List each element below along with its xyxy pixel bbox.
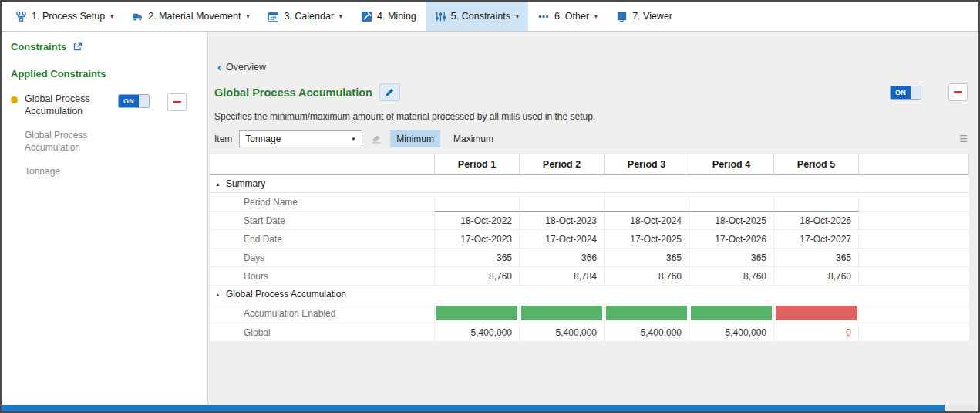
grid-cell: 365 bbox=[435, 249, 520, 267]
grid-cell[interactable] bbox=[520, 193, 605, 212]
column-header-period-1[interactable]: Period 1 bbox=[435, 154, 520, 175]
tab-label: 4. Mining bbox=[377, 11, 416, 22]
grid-cell[interactable]: 5,400,000 bbox=[689, 323, 774, 342]
grid-cell: 8,760 bbox=[774, 267, 859, 286]
grid-cell[interactable] bbox=[435, 303, 520, 323]
grid-cell[interactable]: 0 bbox=[774, 323, 859, 342]
enabled-indicator bbox=[606, 306, 687, 320]
tab-viewer[interactable]: 7. Viewer bbox=[607, 2, 682, 31]
mode-tab-maximum[interactable]: Maximum bbox=[447, 130, 500, 147]
app-window: 1. Process Setup ▾ 2. Material Movement … bbox=[0, 0, 980, 413]
row-days: Days 365 366 365 365 365 bbox=[210, 249, 969, 267]
ellipsis-icon bbox=[537, 11, 550, 22]
tab-calendar[interactable]: 3. Calendar ▾ bbox=[258, 2, 352, 31]
top-nav: 1. Process Setup ▾ 2. Material Movement … bbox=[2, 2, 978, 32]
minus-icon bbox=[173, 101, 181, 103]
dropdown-caret-icon: ▾ bbox=[246, 13, 249, 20]
grid-cell: 17-Oct-2025 bbox=[605, 230, 689, 249]
group-row-global-process-accumulation[interactable]: ▲ Global Process Accumulation bbox=[210, 286, 969, 303]
applied-constraints-heading: Applied Constraints bbox=[11, 68, 198, 80]
mode-tab-minimum[interactable]: Minimum bbox=[390, 130, 440, 147]
constraint-description: Specifies the minimum/maximum amount of … bbox=[214, 111, 978, 122]
open-external-icon[interactable] bbox=[72, 42, 83, 52]
dropdown-caret-icon: ▾ bbox=[516, 13, 519, 20]
row-label: Hours bbox=[210, 267, 435, 286]
row-label: Days bbox=[210, 249, 435, 267]
grid-cell[interactable] bbox=[774, 303, 859, 323]
column-header-period-3[interactable]: Period 3 bbox=[605, 154, 689, 175]
group-row-summary[interactable]: ▲ Summary bbox=[210, 175, 969, 193]
dropdown-caret-icon: ▾ bbox=[594, 13, 598, 20]
enabled-indicator bbox=[691, 306, 772, 320]
item-toolbar: Item Tonnage ▼ Minimum Maximum ☰ bbox=[214, 130, 974, 148]
row-label: Global bbox=[210, 323, 435, 342]
toggle-on-label: ON bbox=[119, 95, 139, 107]
grid-cell: 18-Oct-2023 bbox=[520, 212, 605, 230]
collapse-arrow-icon: ▲ bbox=[215, 181, 221, 187]
filler-cell bbox=[859, 212, 969, 230]
tab-label: 5. Constraints bbox=[451, 11, 510, 22]
remove-constraint-button[interactable] bbox=[167, 93, 187, 111]
tab-constraints[interactable]: 5. Constraints ▾ bbox=[426, 2, 528, 31]
grid-cell[interactable] bbox=[520, 303, 605, 323]
grid-cell[interactable] bbox=[605, 303, 689, 323]
grid-cell[interactable]: 5,400,000 bbox=[520, 323, 605, 342]
status-dot-icon bbox=[11, 96, 18, 103]
item-select[interactable]: Tonnage ▼ bbox=[239, 130, 362, 147]
remove-constraint-button-main[interactable] bbox=[948, 83, 968, 101]
constraints-icon bbox=[435, 11, 446, 22]
tab-mining[interactable]: 4. Mining bbox=[352, 2, 426, 31]
column-header-period-4[interactable]: Period 4 bbox=[689, 154, 774, 175]
row-global: Global 5,400,000 5,400,000 5,400,000 5,4… bbox=[210, 323, 969, 342]
grid-options-icon[interactable]: ☰ bbox=[959, 134, 968, 144]
toggle-on-label: ON bbox=[891, 86, 911, 99]
back-link[interactable]: ‹ Overview bbox=[217, 61, 266, 73]
tab-process-setup[interactable]: 1. Process Setup ▾ bbox=[6, 2, 123, 31]
select-caret-icon: ▼ bbox=[350, 136, 356, 143]
material-movement-icon bbox=[132, 11, 143, 22]
constraint-on-toggle[interactable]: ON bbox=[118, 94, 150, 108]
calendar-icon bbox=[268, 11, 279, 22]
viewer-icon bbox=[616, 11, 628, 22]
grid-cell[interactable]: 5,400,000 bbox=[435, 323, 520, 342]
toggle-knob bbox=[911, 86, 921, 99]
constraint-detail-pane: ‹ Overview Global Process Accumulation O… bbox=[208, 32, 978, 411]
constraint-detail-type[interactable]: Global Process Accumulation bbox=[25, 130, 125, 154]
tab-label: 6. Other bbox=[554, 11, 589, 22]
horizontal-scrollbar[interactable] bbox=[2, 405, 978, 411]
tab-label: 3. Calendar bbox=[284, 11, 334, 22]
enabled-indicator bbox=[436, 306, 517, 320]
tab-material-movement[interactable]: 2. Material Movement ▾ bbox=[123, 2, 258, 31]
grid-cell[interactable] bbox=[774, 193, 859, 212]
constraint-on-toggle-main[interactable]: ON bbox=[890, 86, 921, 100]
grid-cell: 365 bbox=[605, 249, 689, 267]
grid-cell: 17-Oct-2023 bbox=[435, 230, 520, 249]
toggle-knob bbox=[139, 95, 149, 107]
grid-cell: 18-Oct-2026 bbox=[774, 212, 859, 230]
grid-cell: 18-Oct-2024 bbox=[605, 212, 689, 230]
clear-values-icon[interactable] bbox=[371, 134, 382, 144]
tab-other[interactable]: 6. Other ▾ bbox=[528, 2, 607, 31]
column-header-period-5[interactable]: Period 5 bbox=[774, 154, 859, 175]
constraint-list-item[interactable]: Global Process Accumulation ON bbox=[11, 93, 198, 117]
constraint-detail-item[interactable]: Tonnage bbox=[25, 166, 125, 178]
column-header-period-2[interactable]: Period 2 bbox=[520, 154, 605, 175]
panel-title: Constraints bbox=[11, 41, 66, 52]
grid-cell[interactable] bbox=[435, 193, 520, 212]
grid-cell: 366 bbox=[520, 249, 605, 267]
grid-cell[interactable] bbox=[689, 193, 774, 212]
row-start-date: Start Date 18-Oct-2022 18-Oct-2023 18-Oc… bbox=[210, 212, 969, 230]
constraint-name: Global Process Accumulation bbox=[25, 93, 111, 117]
row-accumulation-enabled: Accumulation Enabled bbox=[210, 303, 969, 323]
grid-cell[interactable] bbox=[689, 303, 774, 323]
filler-cell bbox=[859, 267, 969, 286]
grid-cell[interactable]: 5,400,000 bbox=[605, 323, 689, 342]
grid-cell[interactable] bbox=[605, 193, 689, 212]
filler-cell bbox=[859, 249, 969, 267]
scrollbar-thumb[interactable] bbox=[2, 405, 945, 411]
edit-name-button[interactable] bbox=[379, 83, 400, 101]
item-select-value: Tonnage bbox=[245, 134, 281, 144]
grid-cell: 17-Oct-2027 bbox=[774, 230, 859, 249]
group-label: Global Process Accumulation bbox=[226, 289, 346, 300]
tab-label: 7. Viewer bbox=[632, 11, 672, 22]
